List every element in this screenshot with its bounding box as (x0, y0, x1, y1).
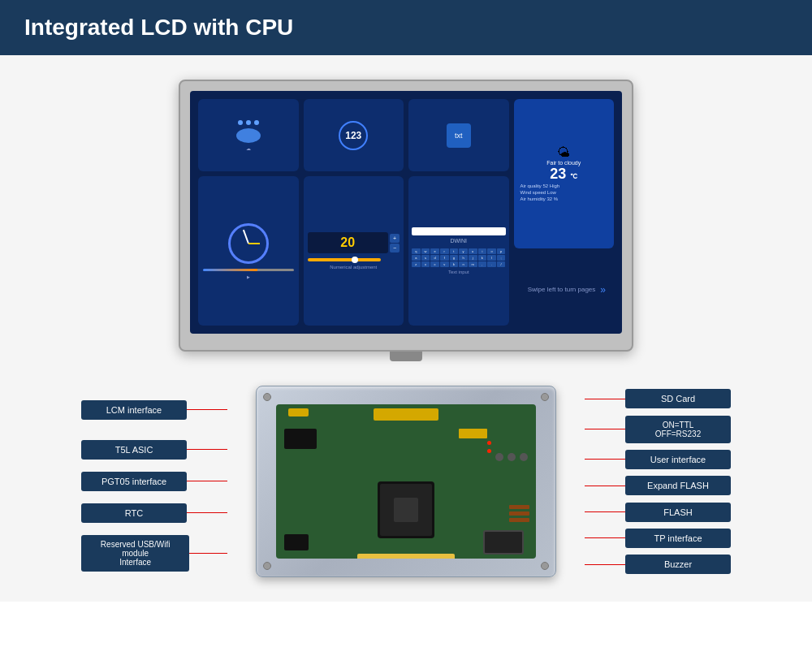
cloud-dot (238, 120, 243, 125)
text-icon-widget: txt (408, 99, 509, 171)
pcb-silver-frame (256, 386, 556, 577)
weather-wind: Wind speed Low (517, 189, 611, 196)
clock-hand-2 (248, 243, 260, 244)
label-sd-card: SD Card (585, 389, 731, 408)
tp-interface-line (585, 537, 625, 538)
weather-icon: 🌤 (557, 145, 570, 160)
weather-widget: 🌤 Fair to cloudy 23 ℃ Air quality 52 Hig… (514, 99, 615, 248)
label-t5l-asic: T5L ASIC (81, 440, 227, 460)
lcd-screen: ☁ 123 txt 🌤 Fair to cloudy 2 (190, 91, 622, 334)
number-widget: 123 (304, 99, 404, 171)
chip-inner (380, 484, 432, 536)
num-minus-btn[interactable]: − (390, 244, 400, 252)
on-ttl-line (585, 429, 625, 429)
cloud-dot (254, 120, 259, 125)
pcb-small-connector (288, 408, 309, 416)
pcb-chip-1 (284, 429, 317, 449)
flash-tag: FLASH (625, 503, 731, 522)
t5l-line (187, 449, 227, 450)
sd-card-line (585, 399, 625, 399)
pgt05-line (187, 481, 227, 481)
yellow-ribbon (357, 554, 455, 559)
reserved-usb-line (189, 553, 227, 554)
label-flash: FLASH (585, 503, 731, 522)
rtc-line (187, 512, 227, 513)
tp-interface-tag: TP interface (625, 529, 731, 548)
label-tp-interface: TP interface (585, 529, 731, 548)
user-interface-tag: User interface (625, 450, 731, 469)
label-on-ttl: ON=TTLOFF=RS232 (585, 416, 731, 443)
clock-hand (243, 229, 249, 244)
chip-core (394, 498, 418, 522)
screw-tl (263, 393, 271, 401)
resistor-2 (509, 511, 529, 516)
weather-temp: 23 ℃ (550, 166, 577, 183)
label-expand-flash: Expand FLASH (585, 476, 731, 495)
label-buzzer: Buzzer (585, 555, 731, 574)
page-header: Integrated LCD with CPU (0, 0, 812, 55)
pcb-port (483, 530, 524, 555)
label-pgt05-interface: PGT05 interface (81, 472, 227, 491)
cloud-dots (238, 120, 259, 125)
lcm-line (187, 409, 227, 410)
capacitors-row (495, 453, 528, 461)
text-icon-box: txt (447, 123, 471, 148)
dwini-label: DWINI (412, 238, 506, 244)
screw-bl (263, 562, 271, 570)
reserved-usb-tag: Reserved USB/Wifi moduleInterface (81, 535, 189, 572)
num-adj-buttons: + − (390, 234, 400, 252)
screw-tr (541, 393, 549, 401)
page-title: Integrated LCD with CPU (24, 15, 788, 41)
pcb-connector-top (374, 408, 438, 421)
expand-flash-tag: Expand FLASH (625, 476, 731, 495)
user-interface-line (585, 459, 625, 460)
text-input-field[interactable] (412, 227, 506, 235)
resistors (509, 505, 529, 522)
rtc-tag: RTC (81, 503, 187, 523)
pcb-section: LCM interface T5L ASIC PGT05 interface R… (97, 386, 715, 577)
resistor-3 (509, 518, 529, 522)
label-lcm-interface: LCM interface (81, 400, 227, 420)
flash-line (585, 511, 625, 512)
label-user-interface: User interface (585, 450, 731, 469)
led-1 (487, 441, 491, 445)
cloud-label: ☁ (246, 145, 251, 151)
label-reserved-usb: Reserved USB/Wifi moduleInterface (81, 535, 227, 572)
cloud-widget: ☁ (198, 99, 299, 171)
weather-air-quality: Air quality 52 High (517, 183, 611, 189)
t5l-asic-tag: T5L ASIC (81, 440, 187, 460)
pcb-board (276, 404, 536, 559)
on-ttl-tag: ON=TTLOFF=RS232 (625, 416, 731, 443)
main-chip (378, 481, 434, 538)
lcd-frame: ☁ 123 txt 🌤 Fair to cloudy 2 (179, 80, 633, 352)
swipe-arrows-icon: » (600, 284, 606, 296)
num-adj-display: 20 (308, 232, 388, 253)
expand-flash-line (585, 486, 625, 486)
sd-card-tag: SD Card (625, 389, 731, 408)
resistor-1 (509, 505, 529, 509)
right-labels: SD Card ON=TTLOFF=RS232 User interface E… (585, 386, 715, 577)
screw-br (541, 562, 549, 570)
buzzer-line (585, 564, 625, 565)
lcd-stand (390, 352, 422, 361)
left-labels: LCM interface T5L ASIC PGT05 interface R… (97, 386, 227, 577)
number-display: 123 (339, 121, 368, 150)
text-icon-label: txt (455, 132, 463, 140)
led-2 (487, 449, 491, 453)
swipe-hint: Swipe left to turn pages » (198, 253, 614, 326)
lcd-display: ☁ 123 txt 🌤 Fair to cloudy 2 (179, 80, 633, 361)
weather-humidity: Air humidity 32 % (517, 196, 611, 202)
pgt05-tag: PGT05 interface (81, 472, 187, 491)
cap-2 (508, 453, 516, 461)
weather-condition: Fair to cloudy (546, 160, 581, 166)
buzzer-tag: Buzzer (625, 555, 731, 574)
cloud-dot (246, 120, 251, 125)
main-content: ☁ 123 txt 🌤 Fair to cloudy 2 (0, 55, 812, 602)
swipe-text: Swipe left to turn pages (528, 286, 596, 293)
label-rtc: RTC (81, 503, 227, 523)
cap-3 (520, 453, 528, 461)
num-plus-btn[interactable]: + (390, 234, 400, 243)
cloud-shape (236, 128, 261, 143)
lcm-interface-tag: LCM interface (81, 400, 187, 420)
pcb-connector-2 (459, 429, 487, 438)
